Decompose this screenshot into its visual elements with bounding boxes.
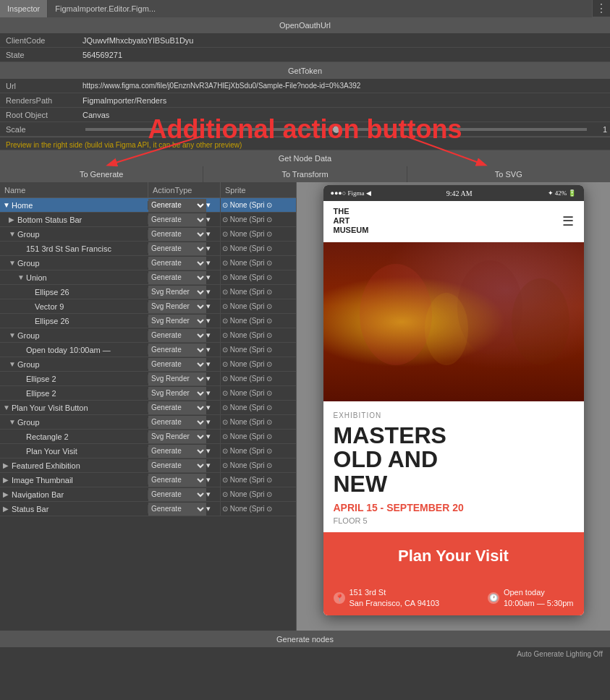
tree-row-plan-visit-button[interactable]: ▼ Plan Your Visit Button Generate▾ ⊙ Non… (0, 401, 296, 415)
visit-button-text: Plan Your Visit (334, 547, 574, 565)
tree-row-group-1[interactable]: ▼ Group Generate▾ ⊙ None (Spri ⊙ (0, 227, 296, 242)
state-value: 564569271 (80, 51, 610, 59)
visit-banner[interactable]: Plan Your Visit (323, 532, 584, 580)
tree-row-ellipse-2b[interactable]: ▶ Ellipse 2 Svg Render▾ ⊙ None (Spri ⊙ (0, 386, 296, 401)
oauth-url-button[interactable]: OpenOauthUrl (0, 17, 610, 33)
action-select-group3[interactable]: Generate (148, 329, 206, 342)
tree-sprite-home: ⊙ None (Spri ⊙ (221, 198, 296, 213)
tree-row-vector-9[interactable]: ▶ Vector 9 Svg Render▾ ⊙ None (Spri ⊙ (0, 299, 296, 314)
to-transform-button[interactable]: To Transform (203, 166, 407, 182)
more-options-button[interactable]: ⋮ (593, 0, 610, 17)
renders-path-row: RendersPath FigmaImporter/Renders (0, 93, 610, 108)
action-select-plan-visit[interactable]: Generate (148, 401, 206, 414)
status-left: ●●●○ Figma ◀ (331, 189, 371, 197)
generate-nodes-button[interactable]: Generate nodes (0, 631, 610, 647)
tree-node-bottom-status: ▶ Bottom Status Bar (0, 215, 148, 224)
get-token-row: GetToken (0, 63, 610, 79)
scale-slider[interactable] (85, 128, 587, 131)
action-select-nav-bar[interactable]: Generate (148, 488, 206, 501)
inspector-tab[interactable]: Inspector (0, 0, 48, 17)
action-select-plan-visit-text[interactable]: Generate (148, 445, 206, 458)
tree-row-plan-your-visit[interactable]: ▶ Plan Your Visit Generate▾ ⊙ None (Spri… (0, 444, 296, 458)
action-select-home[interactable]: Generate (148, 199, 206, 212)
tree-action-bottom-status[interactable]: Generate▾ (148, 213, 221, 227)
scale-thumb[interactable] (333, 126, 340, 133)
tree-node-plan-your-visit: ▶ Plan Your Visit (0, 447, 148, 456)
get-node-data-button[interactable]: Get Node Data (0, 150, 610, 166)
tree-row-ellipse-26a[interactable]: ▶ Ellipse 26 Svg Render▾ ⊙ None (Spri ⊙ (0, 285, 296, 299)
editor-tab[interactable]: FigmaImporter.Editor.Figm... (48, 0, 593, 17)
status-time: 9:42 AM (446, 189, 473, 197)
tree-row-group-4[interactable]: ▼ Group Generate▾ ⊙ None (Spri ⊙ (0, 357, 296, 372)
tree-row-group-3[interactable]: ▼ Group Generate▾ ⊙ None (Spri ⊙ (0, 328, 296, 343)
action-select-e26a[interactable]: Svg Render (148, 286, 206, 299)
tree-action-home[interactable]: Generate ▾ (148, 198, 221, 213)
tree-row-address[interactable]: ▶ 151 3rd St San Francisc Generate▾ ⊙ No… (0, 242, 296, 256)
tree-row-rect-2[interactable]: ▶ Rectangle 2 Svg Render▾ ⊙ None (Spri ⊙ (0, 430, 296, 444)
auto-generate-status: Auto Generate Lighting Off (517, 650, 603, 658)
to-generate-button[interactable]: To Generate (0, 166, 203, 182)
svg-point-4 (425, 293, 468, 365)
tree-node-union: ▼ Union (0, 273, 148, 282)
tree-row-bottom-status[interactable]: ▶ Bottom Status Bar Generate▾ ⊙ None (Sp… (0, 213, 296, 227)
tree-node-group-2: ▼ Group (0, 259, 148, 268)
state-row: State 564569271 (0, 48, 610, 62)
to-svg-button[interactable]: To SVG (407, 166, 610, 182)
preview-panel: ●●●○ Figma ◀ 9:42 AM ✦ 42% 🔋 THEARTMUSEU… (297, 182, 610, 631)
exhibition-title-line2: OLD AND (334, 446, 439, 472)
action-select-v9[interactable]: Svg Render (148, 300, 206, 313)
hamburger-menu-icon[interactable]: ☰ (562, 213, 574, 229)
tree-row-navigation-bar[interactable]: ▶ Navigation Bar Generate▾ ⊙ None (Spri … (0, 487, 296, 502)
action-select-open-today[interactable]: Generate (148, 343, 206, 357)
action-select-group2[interactable]: Generate (148, 257, 206, 270)
tree-row-ellipse-26b[interactable]: ▶ Ellipse 26 Svg Render▾ ⊙ None (Spri ⊙ (0, 314, 296, 328)
phone-status-bar: ●●●○ Figma ◀ 9:42 AM ✦ 42% 🔋 (323, 185, 584, 201)
action-select-featured[interactable]: Generate (148, 459, 206, 472)
tree-row-image-thumbnail[interactable]: ▶ Image Thumbnail Generate▾ ⊙ None (Spri… (0, 473, 296, 487)
tree-node-group-5: ▼ Group (0, 418, 148, 427)
tree-row-group-5[interactable]: ▼ Group Generate▾ ⊙ None (Spri ⊙ (0, 415, 296, 430)
tree-row-ellipse-2a[interactable]: ▶ Ellipse 2 Svg Render▾ ⊙ None (Spri ⊙ (0, 372, 296, 386)
tree-node-status-bar: ▶ Status Bar (0, 505, 148, 513)
root-object-value: Canvas (80, 111, 610, 119)
action-select-e2a[interactable]: Svg Render (148, 372, 206, 385)
tree-sprite-bottom-status: ⊙ None (Spri ⊙ (221, 213, 296, 227)
action-select-union[interactable]: Generate (148, 271, 206, 284)
client-code-value: JQuwvfMhxcbyatoYlBSuB1Dyu (80, 36, 610, 45)
action-select-e2b[interactable]: Svg Render (148, 387, 206, 400)
action-select-rect2[interactable]: Svg Render (148, 430, 206, 443)
painting-overlay (323, 242, 584, 401)
tree-row-group-2[interactable]: ▼ Group Generate▾ ⊙ None (Spri ⊙ (0, 256, 296, 270)
renders-path-label: RendersPath (0, 96, 80, 105)
expand-arrow-home[interactable]: ▼ (3, 201, 12, 209)
tree-row-union[interactable]: ▼ Union Generate▾ ⊙ None (Spri ⊙ (0, 270, 296, 285)
action-select-address[interactable]: Generate (148, 242, 206, 255)
expand-arrow-bottom-status[interactable]: ▶ (9, 215, 17, 223)
action-select-group5[interactable]: Generate (148, 416, 206, 429)
action-select-bottom-status[interactable]: Generate (148, 213, 206, 226)
clock-icon: 🕐 (488, 592, 499, 604)
tree-node-featured-exhibition: ▶ Featured Exhibition (0, 461, 148, 470)
tree-row-status-bar[interactable]: ▶ Status Bar Generate▾ ⊙ None (Spri ⊙ (0, 502, 296, 516)
tree-node-home: ▼ Home (0, 201, 148, 210)
exhibition-title-line1: MASTERS (334, 422, 446, 448)
tree-row-home[interactable]: ▼ Home Generate ▾ ⊙ None (Spri ⊙ (0, 198, 296, 213)
scale-label: Scale (0, 125, 80, 134)
get-token-button[interactable]: GetToken (0, 63, 610, 79)
renders-path-value: FigmaImporter/Renders (80, 96, 610, 105)
tree-node-rect-2: ▶ Rectangle 2 (0, 432, 148, 441)
svg-point-5 (512, 278, 569, 365)
location-icon: 📍 (334, 592, 345, 604)
museum-nav-bar[interactable]: THEARTMUSEUM ☰ (323, 201, 584, 242)
tree-row-open-today[interactable]: ▶ Open today 10:00am — Generate▾ ⊙ None … (0, 343, 296, 357)
tree-row-featured-exhibition[interactable]: ▶ Featured Exhibition Generate▾ ⊙ None (… (0, 458, 296, 473)
action-select-status-bar[interactable]: Generate (148, 503, 206, 516)
root-object-label: Root Object (0, 111, 80, 119)
action-select-e26b[interactable]: Svg Render (148, 315, 206, 328)
address-text: 151 3rd StSan Francisco, CA 94103 (350, 587, 440, 608)
action-select-group1[interactable]: Generate (148, 228, 206, 241)
exhibition-floor: FLOOR 5 (334, 516, 574, 525)
action-select-group4[interactable]: Generate (148, 358, 206, 371)
action-select-thumbnail[interactable]: Generate (148, 474, 206, 487)
fields-panel: ClientCode JQuwvfMhxcbyatoYlBSuB1Dyu Sta… (0, 33, 610, 63)
